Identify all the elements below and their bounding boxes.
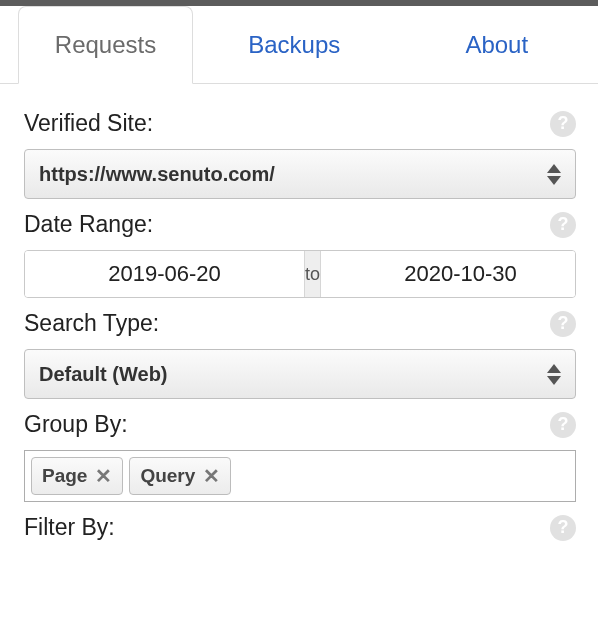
search-type-value: Default (Web) [39, 363, 168, 386]
group-by-section: Group By: ? Page ✕ Query ✕ [24, 411, 576, 502]
help-icon[interactable]: ? [550, 412, 576, 438]
group-by-tagbox[interactable]: Page ✕ Query ✕ [24, 450, 576, 502]
close-icon[interactable]: ✕ [95, 466, 112, 486]
date-range-section: Date Range: ? to [24, 211, 576, 298]
search-type-section: Search Type: ? Default (Web) [24, 310, 576, 399]
tab-about[interactable]: About [396, 6, 599, 83]
group-by-label: Group By: [24, 411, 128, 438]
group-by-tag: Query ✕ [129, 457, 231, 495]
tab-requests-label: Requests [55, 31, 156, 59]
tab-requests[interactable]: Requests [18, 6, 193, 84]
sort-icon [547, 364, 561, 385]
tab-about-label: About [465, 31, 528, 59]
tab-bar: Requests Backups About [0, 6, 598, 84]
date-to-input[interactable] [321, 251, 576, 297]
date-range-label: Date Range: [24, 211, 153, 238]
help-icon[interactable]: ? [550, 111, 576, 137]
date-from-input[interactable] [25, 251, 304, 297]
sort-icon [547, 164, 561, 185]
form-panel: Verified Site: ? https://www.senuto.com/… [0, 84, 598, 563]
filter-by-section: Filter By: ? [24, 514, 576, 541]
help-icon[interactable]: ? [550, 311, 576, 337]
date-range-picker: to [24, 250, 576, 298]
verified-site-value: https://www.senuto.com/ [39, 163, 275, 186]
group-by-tag-label: Page [42, 465, 87, 487]
search-type-select[interactable]: Default (Web) [24, 349, 576, 399]
verified-site-section: Verified Site: ? https://www.senuto.com/ [24, 110, 576, 199]
group-by-tag: Page ✕ [31, 457, 123, 495]
help-icon[interactable]: ? [550, 515, 576, 541]
verified-site-label: Verified Site: [24, 110, 153, 137]
date-separator: to [304, 251, 321, 297]
group-by-tag-label: Query [140, 465, 195, 487]
search-type-label: Search Type: [24, 310, 159, 337]
tab-backups-label: Backups [248, 31, 340, 59]
tab-backups[interactable]: Backups [193, 6, 396, 83]
help-icon[interactable]: ? [550, 212, 576, 238]
verified-site-select[interactable]: https://www.senuto.com/ [24, 149, 576, 199]
filter-by-label: Filter By: [24, 514, 115, 541]
close-icon[interactable]: ✕ [203, 466, 220, 486]
